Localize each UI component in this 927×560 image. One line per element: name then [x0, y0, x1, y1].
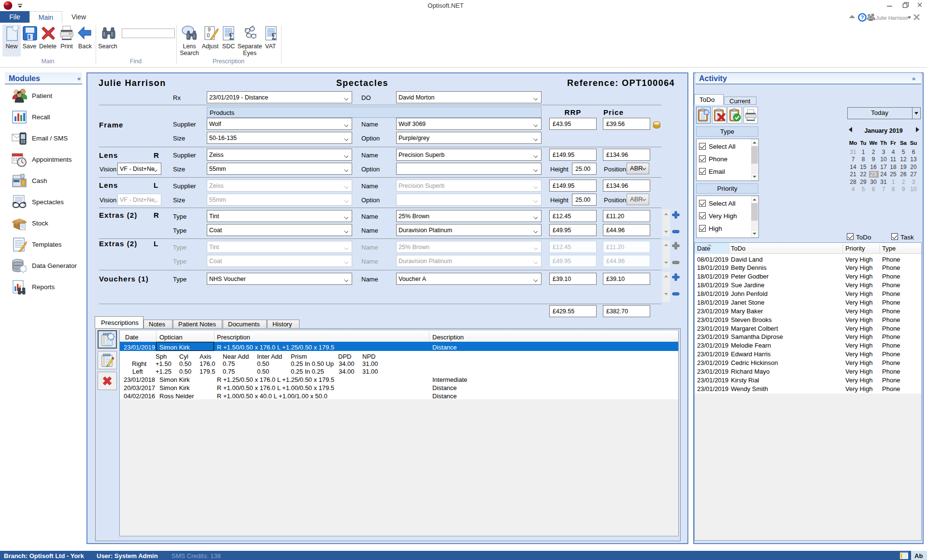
- svg-text:£: £: [271, 31, 276, 42]
- svg-text:?: ?: [861, 14, 864, 20]
- svg-text:0: 0: [207, 32, 210, 38]
- svg-text:9: 9: [208, 27, 211, 32]
- svg-text:£: £: [229, 31, 234, 42]
